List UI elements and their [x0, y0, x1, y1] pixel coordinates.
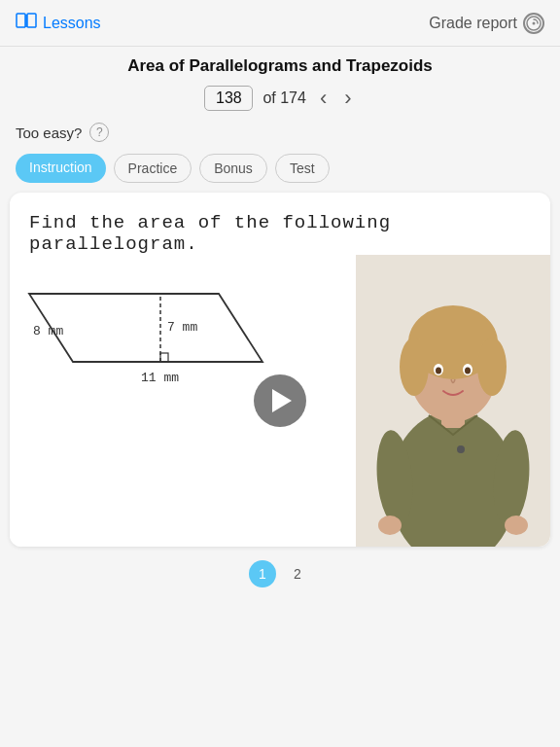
- svg-point-17: [436, 368, 441, 374]
- help-icon[interactable]: ?: [89, 123, 109, 142]
- page-dot-1-label: 1: [259, 566, 266, 582]
- lessons-icon: [16, 12, 37, 34]
- play-icon: [272, 389, 292, 412]
- too-easy-label: Too easy?: [16, 124, 82, 141]
- grade-report-icon: [523, 13, 544, 34]
- next-page-button[interactable]: ›: [340, 86, 355, 111]
- svg-point-14: [477, 338, 507, 396]
- prev-page-button[interactable]: ‹: [316, 86, 331, 111]
- help-icon-label: ?: [96, 125, 103, 139]
- teacher-svg: [356, 255, 550, 547]
- tab-practice[interactable]: Practice: [114, 154, 192, 183]
- page-navigation: 138 of 174 ‹ ›: [0, 82, 560, 119]
- base-label: 11 mm: [141, 371, 179, 385]
- grade-report-nav[interactable]: Grade report: [429, 13, 544, 34]
- side-label: 8 mm: [33, 324, 63, 338]
- page-number-input[interactable]: 138: [204, 86, 253, 111]
- pagination: 1 2: [0, 547, 560, 595]
- svg-rect-7: [160, 353, 168, 362]
- page-of-text: of 174: [262, 89, 305, 107]
- diagram: 8 mm 7 mm 11 mm: [29, 265, 243, 395]
- svg-marker-5: [29, 294, 262, 362]
- top-nav: Lessons Grade report: [0, 0, 560, 47]
- parallelogram-svg: 8 mm 7 mm 11 mm: [29, 265, 243, 391]
- teacher-photo: [356, 255, 550, 547]
- lessons-nav[interactable]: Lessons: [16, 12, 101, 34]
- tabs-row: Instruction Practice Bonus Test: [0, 150, 560, 193]
- video-area: 8 mm 7 mm 11 mm: [10, 255, 550, 547]
- svg-point-18: [465, 368, 471, 374]
- tab-practice-label: Practice: [128, 160, 178, 176]
- svg-point-22: [505, 516, 528, 535]
- lessons-label: Lessons: [43, 15, 101, 32]
- svg-rect-1: [27, 14, 36, 27]
- content-card: Find the area of the following parallelo…: [10, 193, 550, 547]
- tab-bonus-label: Bonus: [214, 160, 253, 176]
- page-title: Area of Parallelograms and Trapezoids: [0, 47, 560, 82]
- too-easy-row: Too easy? ?: [0, 119, 560, 150]
- height-label: 7 mm: [167, 320, 197, 335]
- problem-text: Find the area of the following parallelo…: [10, 193, 550, 255]
- tab-instruction-label: Instruction: [29, 160, 92, 175]
- page-dot-2-label: 2: [294, 566, 301, 582]
- svg-rect-0: [17, 14, 25, 27]
- tab-instruction[interactable]: Instruction: [16, 154, 106, 183]
- svg-point-23: [457, 445, 465, 453]
- svg-point-4: [533, 21, 536, 24]
- tab-bonus[interactable]: Bonus: [199, 154, 267, 183]
- play-button[interactable]: [254, 374, 306, 427]
- tab-test[interactable]: Test: [275, 154, 330, 183]
- grade-report-label: Grade report: [429, 15, 517, 32]
- svg-point-21: [378, 516, 402, 535]
- problem-statement: Find the area of the following parallelo…: [29, 212, 391, 255]
- page-dot-2[interactable]: 2: [284, 560, 311, 587]
- tab-test-label: Test: [290, 160, 315, 176]
- page-dot-1[interactable]: 1: [249, 560, 276, 587]
- svg-point-13: [400, 338, 429, 396]
